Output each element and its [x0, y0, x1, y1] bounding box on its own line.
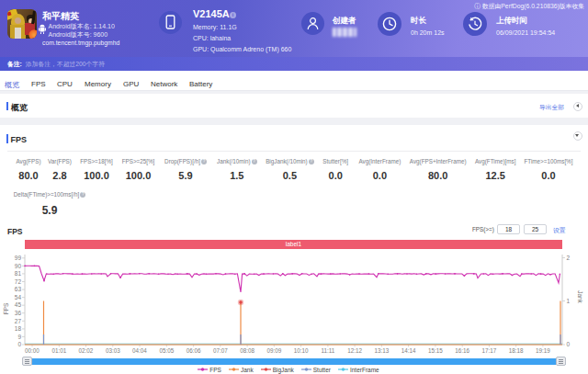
svg-text:0: 0	[17, 341, 21, 347]
svg-text:81: 81	[15, 270, 22, 277]
svg-text:09:09: 09:09	[266, 347, 281, 354]
svg-text:FPS: FPS	[3, 302, 9, 314]
svg-text:63: 63	[15, 286, 22, 292]
svg-text:07:07: 07:07	[213, 347, 228, 354]
svg-text:99: 99	[15, 255, 22, 261]
svg-text:Jank: Jank	[577, 290, 583, 303]
svg-text:13:13: 13:13	[375, 347, 390, 354]
svg-text:18: 18	[15, 325, 22, 332]
svg-text:14:14: 14:14	[401, 347, 416, 354]
svg-text:12:12: 12:12	[347, 347, 362, 354]
svg-text:72: 72	[15, 278, 22, 285]
svg-text:02:02: 02:02	[79, 347, 94, 354]
svg-text:90: 90	[15, 263, 22, 269]
svg-text:19:19: 19:19	[536, 347, 550, 354]
svg-text:45: 45	[15, 301, 22, 308]
svg-text:00:00: 00:00	[25, 347, 40, 354]
svg-text:01:01: 01:01	[51, 347, 66, 354]
svg-text:1: 1	[567, 298, 571, 304]
svg-text:10:10: 10:10	[294, 347, 309, 354]
svg-text:17:17: 17:17	[482, 347, 497, 354]
svg-text:11:11: 11:11	[321, 347, 334, 354]
svg-text:15:15: 15:15	[428, 347, 443, 354]
svg-text:2: 2	[567, 255, 571, 261]
svg-text:16:16: 16:16	[455, 347, 469, 354]
svg-text:27: 27	[15, 318, 22, 324]
svg-text:06:06: 06:06	[187, 347, 201, 354]
svg-text:05:05: 05:05	[159, 347, 174, 354]
svg-text:03:03: 03:03	[106, 347, 120, 354]
svg-text:9: 9	[17, 334, 21, 340]
svg-text:54: 54	[15, 294, 22, 300]
svg-text:08:08: 08:08	[240, 347, 254, 354]
svg-text:04:04: 04:04	[132, 347, 147, 354]
svg-text:36: 36	[15, 310, 22, 316]
svg-text:18:18: 18:18	[509, 347, 524, 354]
svg-text:0: 0	[567, 341, 571, 347]
